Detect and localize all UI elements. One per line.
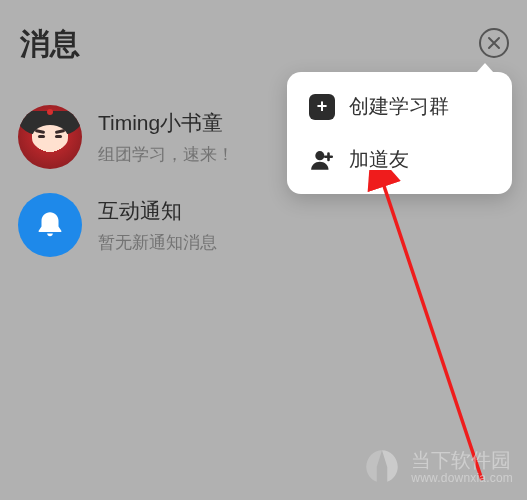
item-subtitle: 组团学习，速来！ [98, 143, 234, 166]
watermark-title: 当下软件园 [411, 449, 513, 472]
close-button[interactable] [479, 28, 509, 58]
item-text: Timing小书童 组团学习，速来！ [98, 109, 234, 166]
item-subtitle: 暂无新通知消息 [98, 231, 217, 254]
popover-menu: + 创建学习群 加道友 [287, 72, 512, 194]
watermark-url: www.downxia.com [411, 472, 513, 486]
page-title: 消息 [20, 24, 80, 65]
item-text: 互动通知 暂无新通知消息 [98, 197, 217, 254]
avatar [18, 105, 82, 169]
watermark: 当下软件园 www.downxia.com [361, 446, 513, 488]
popover-label: 加道友 [349, 146, 409, 173]
svg-point-0 [315, 151, 324, 160]
watermark-logo-icon [361, 446, 403, 488]
add-user-icon [309, 147, 335, 173]
popover-label: 创建学习群 [349, 93, 449, 120]
bell-icon [33, 208, 67, 242]
item-title: Timing小书童 [98, 109, 234, 137]
avatar [18, 193, 82, 257]
item-title: 互动通知 [98, 197, 217, 225]
list-item[interactable]: 互动通知 暂无新通知消息 [0, 181, 527, 269]
close-icon [487, 36, 501, 50]
add-friend[interactable]: 加道友 [287, 133, 512, 186]
plus-icon: + [309, 94, 335, 120]
create-study-group[interactable]: + 创建学习群 [287, 80, 512, 133]
